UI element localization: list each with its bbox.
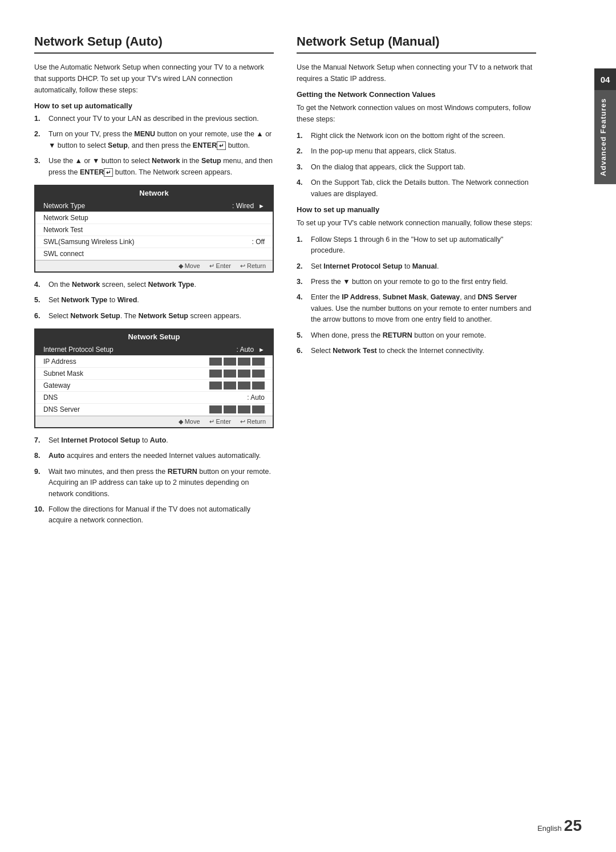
auto-subsection-title: How to set up automatically (34, 102, 274, 110)
step-text: Set Internet Protocol Setup to Manual. (311, 261, 536, 272)
step-num: 1. (297, 131, 307, 141)
table-row: DNS : Auto (35, 392, 273, 404)
step-num: 6. (297, 346, 307, 356)
left-section-title: Network Setup (Auto) (34, 34, 274, 54)
step-text: In the pop-up menu that appears, click S… (311, 146, 536, 157)
ip-block (252, 405, 265, 413)
ip-block (252, 382, 265, 390)
step-num: 3. (297, 277, 307, 287)
list-item: 5. When done, press the RETURN button on… (297, 330, 536, 341)
row-label: Network Test (43, 226, 83, 234)
row-label: Gateway (43, 382, 70, 390)
row-value (209, 382, 265, 390)
step-text: Connect your TV to your LAN as described… (48, 113, 274, 124)
step-text: Select Network Setup. The Network Setup … (48, 311, 274, 322)
table-row: SWL connect (35, 248, 273, 260)
getting-values-intro: To get the Network connection values on … (297, 102, 536, 125)
list-item: 3. Press the ▼ button on your remote to … (297, 277, 536, 287)
ip-blocks (209, 358, 265, 366)
step-num: 9. (34, 466, 44, 500)
step-text: When done, press the RETURN button on yo… (311, 330, 536, 341)
ip-block (209, 370, 222, 378)
list-item: 2. Set Internet Protocol Setup to Manual… (297, 261, 536, 272)
row-value: : Auto (247, 393, 265, 401)
right-section-title: Network Setup (Manual) (297, 34, 536, 54)
list-item: 5. Set Network Type to Wired. (34, 295, 274, 306)
chapter-number: 04 (594, 68, 616, 90)
list-item: 6. Select Network Setup. The Network Set… (34, 311, 274, 322)
page-wrapper: 04 Advanced Features Network Setup (Auto… (0, 0, 616, 852)
step-num: 5. (297, 330, 307, 341)
footer-return: ↩ Return (240, 418, 266, 425)
network-box-title: Network (35, 186, 273, 200)
list-item: 9. Wait two minutes, and then press the … (34, 466, 274, 500)
step-text: Set Network Type to Wired. (48, 295, 274, 306)
arrow-right-icon: ► (258, 202, 265, 209)
ip-block (252, 358, 265, 366)
step-num: 4. (297, 292, 307, 325)
network-setup-box-footer: ◆ Move ↵ Enter ↩ Return (35, 416, 273, 427)
ip-block (238, 358, 250, 366)
right-column: Network Setup (Manual) Use the Manual Ne… (297, 34, 536, 818)
table-row: Network Setup (35, 212, 273, 224)
row-label: Network Type (43, 202, 85, 210)
list-item: 4. On the Support Tab, click the Details… (297, 177, 536, 200)
manual-intro: To set up your TV's cable network connec… (297, 217, 536, 229)
step-num: 8. (34, 451, 44, 461)
right-section-intro: Use the Manual Network Setup when connec… (297, 62, 536, 84)
row-label: Subnet Mask (43, 370, 83, 378)
step-num: 5. (34, 295, 44, 306)
row-value (209, 405, 265, 413)
step-text: On the dialog that appears, click the Su… (311, 162, 536, 173)
row-value: : Off (252, 238, 265, 246)
row-value: : Auto ► (236, 346, 265, 354)
page-number: 25 (564, 817, 582, 835)
page-footer: English 25 (537, 817, 582, 835)
auto-steps-list: 1. Connect your TV to your LAN as descri… (34, 113, 274, 178)
steps-final-list: 7. Set Internet Protocol Setup to Auto. … (34, 435, 274, 526)
step-text: Enter the IP Address, Subnet Mask, Gatew… (311, 292, 536, 325)
side-tab: 04 Advanced Features (594, 68, 616, 184)
table-row: Subnet Mask (35, 368, 273, 380)
list-item: 3. Use the ▲ or ▼ button to select Netwo… (34, 156, 274, 178)
ip-block (224, 405, 236, 413)
table-row: IP Address (35, 356, 273, 368)
step-num: 10. (34, 504, 44, 526)
list-item: 6. Select Network Test to check the Inte… (297, 346, 536, 356)
row-label: Network Setup (43, 214, 88, 222)
step-num: 1. (34, 113, 44, 124)
ip-block (224, 370, 236, 378)
ip-block (209, 382, 222, 390)
ip-blocks (209, 370, 265, 378)
step-text: Auto acquires and enters the needed Inte… (48, 451, 274, 461)
step-num: 1. (297, 234, 307, 257)
list-item: 1. Connect your TV to your LAN as descri… (34, 113, 274, 124)
step-num: 2. (34, 129, 44, 151)
step-num: 3. (34, 156, 44, 178)
list-item: 4. Enter the IP Address, Subnet Mask, Ga… (297, 292, 536, 325)
getting-values-steps: 1. Right click the Network icon on the b… (297, 131, 536, 200)
row-label: SWL connect (43, 250, 84, 258)
ip-block (224, 358, 236, 366)
row-label: SWL(Samsung Wireless Link) (43, 238, 134, 246)
table-row: SWL(Samsung Wireless Link) : Off (35, 236, 273, 248)
list-item: 7. Set Internet Protocol Setup to Auto. (34, 435, 274, 446)
step-text: Use the ▲ or ▼ button to select Network … (48, 156, 274, 178)
list-item: 4. On the Network screen, select Network… (34, 279, 274, 290)
ip-block (238, 370, 250, 378)
arrow-right-icon: ► (258, 346, 265, 353)
step-text: On the Network screen, select Network Ty… (48, 279, 274, 290)
step-text: Right click the Network icon on the bott… (311, 131, 536, 141)
network-setup-box: Network Setup Internet Protocol Setup : … (34, 328, 274, 428)
step-num: 7. (34, 435, 44, 446)
row-label: DNS Server (43, 405, 80, 413)
row-label: Internet Protocol Setup (43, 346, 114, 354)
ip-blocks (209, 405, 265, 413)
network-setup-box-title: Network Setup (35, 330, 273, 344)
ip-block (238, 405, 250, 413)
step-text: On the Support Tab, click the Details bu… (311, 177, 536, 200)
footer-enter: ↵ Enter (209, 418, 231, 425)
ip-block (252, 370, 265, 378)
ip-block (209, 405, 222, 413)
list-item: 10. Follow the directions for Manual if … (34, 504, 274, 526)
